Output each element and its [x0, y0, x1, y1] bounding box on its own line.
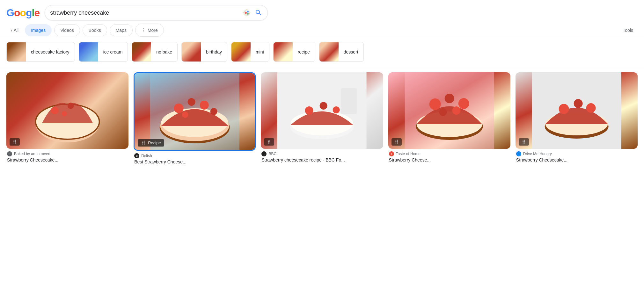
card-title-2: Best Strawberry Cheese... — [134, 159, 255, 164]
image-3 — [261, 72, 383, 149]
svg-point-31 — [458, 98, 469, 109]
recipe-badge-3: 🍴 — [264, 138, 274, 146]
recipe-badge-4: 🍴 — [392, 138, 402, 146]
chip-mini-label: mini — [251, 49, 269, 54]
card-meta-5: 🌐 Drive Me Hungry Strawberry Cheesecake.… — [516, 149, 638, 164]
card-source-1: 🍴 Baked by an Introvert — [7, 151, 128, 156]
recipe-utensil-icon: 🍴 — [141, 140, 146, 145]
svg-point-8 — [68, 103, 74, 109]
back-arrow-icon: ‹ — [11, 28, 12, 33]
nav-all-label: All — [14, 28, 19, 33]
svg-point-16 — [200, 101, 209, 110]
tab-books[interactable]: Books — [83, 24, 107, 36]
tools-button[interactable]: Tools — [618, 25, 638, 36]
svg-point-29 — [429, 98, 441, 110]
more-dots-icon: ⋮ — [141, 27, 146, 33]
chip-birthday-label: birthday — [201, 49, 227, 54]
search-submit-icon[interactable] — [255, 9, 262, 17]
image-2 — [135, 73, 255, 150]
google-logo[interactable]: Google — [6, 7, 40, 19]
image-wrapper-2: 🍴 Recipe — [134, 72, 256, 151]
chip-cheesecake-factory[interactable]: cheesecake factory — [6, 42, 75, 62]
related-chips-row: cheesecake factory ice cream no bake bir… — [0, 37, 644, 67]
card-meta-2: d Delish Best Strawberry Cheese... — [134, 151, 256, 166]
svg-point-33 — [452, 106, 460, 115]
svg-point-39 — [586, 103, 596, 113]
svg-point-1 — [245, 12, 247, 14]
svg-point-9 — [62, 111, 67, 116]
logo-o1: o — [14, 7, 20, 18]
image-5 — [516, 72, 638, 149]
source-icon-1: 🍴 — [7, 151, 12, 156]
source-label-1: Baked by an Introvert — [14, 152, 50, 156]
svg-point-30 — [444, 94, 454, 103]
image-card-2[interactable]: 🍴 Recipe d Delish Best Strawberry Cheese… — [134, 72, 256, 166]
chip-dessert[interactable]: dessert — [319, 42, 364, 62]
tab-more[interactable]: ⋮ More — [135, 24, 164, 37]
card-title-5: Strawberry Cheesecake... — [516, 157, 637, 162]
svg-point-7 — [51, 107, 59, 114]
svg-point-18 — [182, 111, 188, 118]
logo-o2: o — [20, 7, 26, 18]
image-card-3[interactable]: 🍴 ·· BBC Strawberry cheesecake recipe - … — [261, 72, 383, 166]
header: Google — [0, 0, 644, 24]
tab-maps-label: Maps — [116, 28, 127, 33]
svg-point-14 — [174, 104, 184, 113]
tab-more-label: More — [148, 28, 158, 33]
chip-ice-cream[interactable]: ice cream — [79, 42, 128, 62]
chip-no-bake-label: no bake — [151, 49, 177, 54]
image-wrapper-5: 🍴 — [516, 72, 638, 149]
svg-point-15 — [188, 98, 195, 106]
image-card-1[interactable]: 🍴 🍴 Baked by an Introvert Strawberry Che… — [6, 72, 128, 166]
nav-back-all[interactable]: ‹ All — [6, 25, 23, 36]
tab-maps[interactable]: Maps — [110, 24, 133, 36]
card-source-5: 🌐 Drive Me Hungry — [516, 151, 637, 156]
chip-ice-cream-label: ice cream — [98, 49, 128, 54]
logo-e: e — [34, 7, 40, 18]
image-card-5[interactable]: 🍴 🌐 Drive Me Hungry Strawberry Cheesecak… — [516, 72, 638, 166]
svg-point-22 — [305, 106, 313, 115]
source-label-4: Taste of Home — [396, 152, 421, 156]
tab-videos-label: Videos — [60, 28, 74, 33]
source-icon-3: ·· — [261, 151, 267, 156]
tab-images-label: Images — [31, 28, 46, 33]
chip-recipe-image — [274, 42, 293, 61]
chip-dessert-label: dessert — [339, 49, 363, 54]
source-icon-5: 🌐 — [516, 151, 521, 156]
source-label-5: Drive Me Hungry — [523, 152, 552, 156]
svg-point-32 — [439, 108, 447, 116]
chip-cheesecake-factory-label: cheesecake factory — [26, 49, 75, 54]
chip-recipe-label: recipe — [293, 49, 315, 54]
tab-videos[interactable]: Videos — [54, 24, 80, 36]
chip-cheesecake-factory-image — [7, 42, 26, 61]
source-icon-4: T — [389, 151, 394, 156]
chip-birthday-image — [182, 42, 201, 61]
card-meta-3: ·· BBC Strawberry cheesecake recipe - BB… — [261, 149, 383, 164]
chip-no-bake-image — [132, 42, 151, 61]
image-grid: 🍴 🍴 Baked by an Introvert Strawberry Che… — [0, 67, 644, 171]
chip-ice-cream-image — [79, 42, 98, 61]
card-title-4: Strawberry Cheese... — [389, 157, 510, 162]
logo-g: G — [6, 7, 14, 18]
chip-recipe[interactable]: recipe — [273, 42, 315, 62]
image-card-4[interactable]: 🍴 T Taste of Home Strawberry Cheese... — [388, 72, 510, 166]
camera-search-icon[interactable] — [243, 9, 251, 17]
card-meta-4: T Taste of Home Strawberry Cheese... — [388, 149, 510, 164]
recipe-badge-2: 🍴 Recipe — [138, 139, 164, 147]
card-source-4: T Taste of Home — [389, 151, 510, 156]
tab-images[interactable]: Images — [25, 24, 52, 36]
chip-mini[interactable]: mini — [231, 42, 269, 62]
chip-no-bake[interactable]: no bake — [132, 42, 178, 62]
svg-rect-25 — [341, 88, 357, 114]
card-title-1: Strawberry Cheesecake... — [7, 157, 128, 162]
tools-label: Tools — [623, 28, 633, 33]
image-wrapper-1: 🍴 — [6, 72, 128, 149]
source-label-2: Delish — [141, 154, 152, 158]
image-wrapper-4: 🍴 — [388, 72, 510, 149]
search-input[interactable] — [50, 10, 239, 16]
svg-point-3 — [247, 13, 249, 15]
search-bar — [45, 5, 268, 20]
chip-birthday[interactable]: birthday — [181, 42, 227, 62]
card-title-3: Strawberry cheesecake recipe - BBC Fo... — [261, 157, 382, 162]
card-meta-1: 🍴 Baked by an Introvert Strawberry Chees… — [6, 149, 128, 164]
